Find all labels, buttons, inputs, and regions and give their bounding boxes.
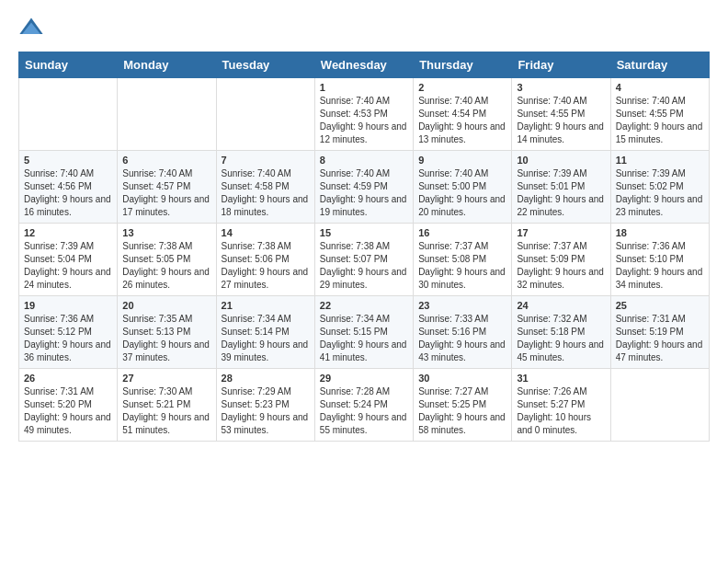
day-number: 19 [24, 300, 112, 311]
calendar-day-header: Monday [118, 52, 216, 78]
calendar-day-header: Thursday [414, 52, 512, 78]
day-detail: Sunrise: 7:39 AM Sunset: 5:02 PM Dayligh… [616, 167, 704, 219]
calendar-day-cell: 10Sunrise: 7:39 AM Sunset: 5:01 PM Dayli… [512, 151, 610, 224]
logo [18, 15, 48, 40]
calendar-day-cell: 25Sunrise: 7:31 AM Sunset: 5:19 PM Dayli… [610, 296, 709, 369]
calendar-day-cell: 7Sunrise: 7:40 AM Sunset: 4:58 PM Daylig… [216, 151, 314, 224]
calendar-day-cell: 1Sunrise: 7:40 AM Sunset: 4:53 PM Daylig… [314, 78, 413, 151]
day-number: 21 [222, 300, 310, 311]
day-detail: Sunrise: 7:28 AM Sunset: 5:24 PM Dayligh… [320, 385, 408, 437]
day-detail: Sunrise: 7:30 AM Sunset: 5:21 PM Dayligh… [122, 385, 210, 437]
calendar-day-cell: 3Sunrise: 7:40 AM Sunset: 4:55 PM Daylig… [512, 78, 610, 151]
calendar-day-cell: 4Sunrise: 7:40 AM Sunset: 4:55 PM Daylig… [610, 78, 709, 151]
day-number: 25 [616, 300, 704, 311]
day-detail: Sunrise: 7:40 AM Sunset: 4:55 PM Dayligh… [616, 95, 704, 146]
day-number: 2 [418, 82, 506, 93]
calendar-day-cell: 19Sunrise: 7:36 AM Sunset: 5:12 PM Dayli… [19, 296, 118, 369]
calendar-day-cell [118, 78, 216, 151]
calendar-day-cell: 24Sunrise: 7:32 AM Sunset: 5:18 PM Dayli… [512, 296, 610, 369]
day-detail: Sunrise: 7:35 AM Sunset: 5:13 PM Dayligh… [122, 313, 210, 364]
day-detail: Sunrise: 7:26 AM Sunset: 5:27 PM Dayligh… [517, 385, 605, 437]
day-detail: Sunrise: 7:40 AM Sunset: 4:57 PM Dayligh… [122, 167, 210, 219]
day-number: 18 [616, 227, 704, 238]
day-number: 20 [122, 300, 210, 311]
day-number: 24 [517, 300, 605, 311]
day-detail: Sunrise: 7:34 AM Sunset: 5:15 PM Dayligh… [320, 313, 408, 364]
day-number: 14 [222, 227, 310, 238]
calendar-day-cell: 9Sunrise: 7:40 AM Sunset: 5:00 PM Daylig… [414, 151, 512, 224]
day-detail: Sunrise: 7:40 AM Sunset: 4:54 PM Dayligh… [418, 95, 506, 146]
calendar-day-cell: 23Sunrise: 7:33 AM Sunset: 5:16 PM Dayli… [414, 296, 512, 369]
day-number: 30 [418, 373, 506, 384]
calendar-day-cell: 16Sunrise: 7:37 AM Sunset: 5:08 PM Dayli… [414, 224, 512, 296]
day-number: 9 [418, 155, 506, 166]
calendar-header-row: SundayMondayTuesdayWednesdayThursdayFrid… [19, 52, 710, 78]
calendar-day-cell: 21Sunrise: 7:34 AM Sunset: 5:14 PM Dayli… [216, 296, 314, 369]
day-number: 3 [517, 82, 605, 93]
calendar-week-row: 5Sunrise: 7:40 AM Sunset: 4:56 PM Daylig… [19, 151, 710, 224]
calendar-week-row: 26Sunrise: 7:31 AM Sunset: 5:20 PM Dayli… [19, 369, 710, 442]
day-number: 28 [222, 373, 310, 384]
day-number: 6 [122, 155, 210, 166]
day-number: 15 [320, 227, 408, 238]
day-number: 27 [122, 373, 210, 384]
day-number: 31 [517, 373, 605, 384]
day-number: 23 [418, 300, 506, 311]
day-detail: Sunrise: 7:31 AM Sunset: 5:19 PM Dayligh… [616, 313, 704, 364]
calendar-week-row: 19Sunrise: 7:36 AM Sunset: 5:12 PM Dayli… [19, 296, 710, 369]
day-detail: Sunrise: 7:32 AM Sunset: 5:18 PM Dayligh… [517, 313, 605, 364]
calendar-day-cell: 20Sunrise: 7:35 AM Sunset: 5:13 PM Dayli… [118, 296, 216, 369]
day-detail: Sunrise: 7:39 AM Sunset: 5:04 PM Dayligh… [24, 240, 112, 292]
day-detail: Sunrise: 7:36 AM Sunset: 5:12 PM Dayligh… [24, 313, 112, 364]
calendar-day-cell: 29Sunrise: 7:28 AM Sunset: 5:24 PM Dayli… [314, 369, 413, 442]
calendar-week-row: 12Sunrise: 7:39 AM Sunset: 5:04 PM Dayli… [19, 224, 710, 296]
day-detail: Sunrise: 7:37 AM Sunset: 5:09 PM Dayligh… [517, 240, 605, 292]
calendar-day-cell: 15Sunrise: 7:38 AM Sunset: 5:07 PM Dayli… [314, 224, 413, 296]
page-container: SundayMondayTuesdayWednesdayThursdayFrid… [0, 0, 728, 456]
calendar-day-header: Wednesday [314, 52, 413, 78]
day-number: 17 [517, 227, 605, 238]
calendar-day-cell [19, 78, 118, 151]
calendar-day-cell: 8Sunrise: 7:40 AM Sunset: 4:59 PM Daylig… [314, 151, 413, 224]
day-detail: Sunrise: 7:39 AM Sunset: 5:01 PM Dayligh… [517, 167, 605, 219]
day-number: 26 [24, 373, 112, 384]
logo-icon [18, 15, 44, 40]
day-number: 22 [320, 300, 408, 311]
day-number: 11 [616, 155, 704, 166]
calendar-day-cell: 22Sunrise: 7:34 AM Sunset: 5:15 PM Dayli… [314, 296, 413, 369]
day-number: 29 [320, 373, 408, 384]
calendar-day-cell: 17Sunrise: 7:37 AM Sunset: 5:09 PM Dayli… [512, 224, 610, 296]
day-detail: Sunrise: 7:36 AM Sunset: 5:10 PM Dayligh… [616, 240, 704, 292]
calendar-day-cell [216, 78, 314, 151]
day-detail: Sunrise: 7:27 AM Sunset: 5:25 PM Dayligh… [418, 385, 506, 437]
calendar-day-header: Friday [512, 52, 610, 78]
calendar-day-cell: 2Sunrise: 7:40 AM Sunset: 4:54 PM Daylig… [414, 78, 512, 151]
calendar-day-cell: 31Sunrise: 7:26 AM Sunset: 5:27 PM Dayli… [512, 369, 610, 442]
day-number: 1 [320, 82, 408, 93]
calendar-day-cell: 5Sunrise: 7:40 AM Sunset: 4:56 PM Daylig… [19, 151, 118, 224]
calendar-day-cell: 18Sunrise: 7:36 AM Sunset: 5:10 PM Dayli… [610, 224, 709, 296]
day-detail: Sunrise: 7:29 AM Sunset: 5:23 PM Dayligh… [222, 385, 310, 437]
calendar-day-cell [610, 369, 709, 442]
day-detail: Sunrise: 7:31 AM Sunset: 5:20 PM Dayligh… [24, 385, 112, 437]
calendar-day-header: Tuesday [216, 52, 314, 78]
calendar-day-cell: 30Sunrise: 7:27 AM Sunset: 5:25 PM Dayli… [414, 369, 512, 442]
day-detail: Sunrise: 7:40 AM Sunset: 4:55 PM Dayligh… [517, 95, 605, 146]
day-detail: Sunrise: 7:40 AM Sunset: 5:00 PM Dayligh… [418, 167, 506, 219]
day-detail: Sunrise: 7:40 AM Sunset: 4:56 PM Dayligh… [24, 167, 112, 219]
day-number: 5 [24, 155, 112, 166]
day-detail: Sunrise: 7:38 AM Sunset: 5:06 PM Dayligh… [222, 240, 310, 292]
day-number: 13 [122, 227, 210, 238]
day-detail: Sunrise: 7:33 AM Sunset: 5:16 PM Dayligh… [418, 313, 506, 364]
day-number: 8 [320, 155, 408, 166]
day-detail: Sunrise: 7:37 AM Sunset: 5:08 PM Dayligh… [418, 240, 506, 292]
header [18, 15, 710, 40]
calendar-day-cell: 6Sunrise: 7:40 AM Sunset: 4:57 PM Daylig… [118, 151, 216, 224]
day-number: 16 [418, 227, 506, 238]
day-number: 12 [24, 227, 112, 238]
calendar-day-cell: 12Sunrise: 7:39 AM Sunset: 5:04 PM Dayli… [19, 224, 118, 296]
calendar-table: SundayMondayTuesdayWednesdayThursdayFrid… [18, 52, 710, 442]
calendar-day-cell: 11Sunrise: 7:39 AM Sunset: 5:02 PM Dayli… [610, 151, 709, 224]
calendar-day-header: Saturday [610, 52, 709, 78]
calendar-day-cell: 28Sunrise: 7:29 AM Sunset: 5:23 PM Dayli… [216, 369, 314, 442]
